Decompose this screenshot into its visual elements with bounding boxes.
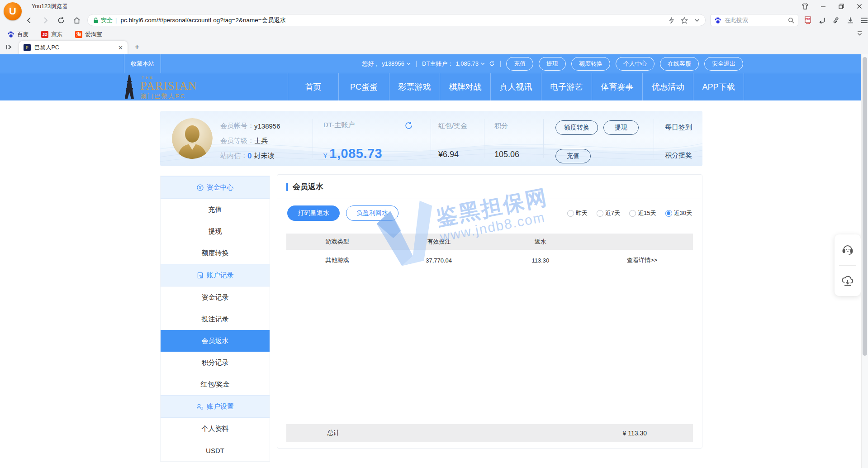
- sidebar-section-account-records[interactable]: 账户记录: [161, 264, 270, 287]
- view-details-link[interactable]: 查看详情>>: [591, 256, 693, 264]
- restore-button[interactable]: [837, 2, 845, 10]
- topbar-transfer-button[interactable]: 额度转换: [571, 57, 610, 71]
- browser-window: U You123浏览器: [0, 0, 868, 468]
- close-button[interactable]: [855, 2, 863, 10]
- sidebar-item-redpacket-bonus[interactable]: 红包/奖金: [161, 373, 270, 395]
- bookmark-star-icon[interactable]: [681, 17, 688, 24]
- nav-board-games[interactable]: 棋牌对战: [440, 73, 490, 100]
- menu-icon[interactable]: [861, 17, 868, 24]
- search-box[interactable]: 在此搜索: [710, 14, 798, 26]
- panel-transfer-button[interactable]: 额度转换: [555, 120, 598, 135]
- filter-last-15-days[interactable]: 近15天: [629, 209, 656, 217]
- caret-down-icon: [481, 62, 485, 65]
- logo-name: PARISIAN: [140, 80, 197, 92]
- table-header: 游戏类型 有效投注 返水: [286, 234, 693, 250]
- sidebar-item-deposit[interactable]: 充值: [161, 199, 270, 220]
- radio-icon[interactable]: [567, 210, 574, 217]
- title-accent-bar: [286, 183, 288, 191]
- filter-last-7-days[interactable]: 近7天: [597, 209, 620, 217]
- cell-game-type: 其他游戏: [286, 256, 388, 264]
- address-bar[interactable]: 安全 | pc.blryl6.com/#/personal/accountLog…: [87, 14, 706, 26]
- browser-logo-icon[interactable]: U: [4, 2, 22, 20]
- site-logo[interactable]: THE PARISIAN 澳门巴黎人PC: [120, 75, 197, 99]
- topbar-withdraw-button[interactable]: 提现: [539, 57, 566, 71]
- radio-icon[interactable]: [629, 210, 636, 217]
- sidebar-item-withdraw[interactable]: 提现: [161, 220, 270, 242]
- wallet-label: DT-主账户: [323, 121, 355, 129]
- filter-last-30-days[interactable]: 近30天: [665, 209, 692, 217]
- sidebar-item-profile[interactable]: 个人资料: [161, 418, 270, 439]
- page-title: 会员返水: [293, 181, 323, 192]
- theme-skin-icon[interactable]: [801, 2, 809, 10]
- site-mail-row[interactable]: 站内信： 0 封未读: [220, 148, 280, 163]
- refresh-balance-icon[interactable]: [404, 121, 413, 130]
- url-text[interactable]: pc.blryl6.com/#/personal/accountLog?tag=…: [120, 16, 664, 24]
- home-button[interactable]: [73, 16, 81, 24]
- user-settings-icon: [196, 403, 204, 410]
- nav-promotions[interactable]: 优惠活动: [642, 73, 693, 100]
- member-level-row: 会员等级： 士兵: [220, 134, 280, 148]
- favorite-site-link[interactable]: 收藏本站: [124, 54, 161, 73]
- reload-button[interactable]: [57, 16, 65, 24]
- refresh-icon: [489, 61, 495, 67]
- sidebar-item-usdt[interactable]: USDT: [161, 439, 270, 461]
- nav-lottery[interactable]: 彩票游戏: [389, 73, 440, 100]
- sidebar-item-points-records[interactable]: 积分记录: [161, 352, 270, 373]
- sidebar-item-fund-records[interactable]: 资金记录: [161, 287, 270, 308]
- sidebar-item-bet-records[interactable]: 投注记录: [161, 308, 270, 330]
- bookmarks-overflow-icon[interactable]: [857, 30, 863, 37]
- content-header: 会员返水: [277, 175, 702, 199]
- tab-negative-profit-rebate[interactable]: 负盈利回水: [346, 205, 398, 221]
- nav-pc-dandan[interactable]: PC蛋蛋: [338, 73, 389, 100]
- search-magnifier-icon[interactable]: [788, 17, 794, 24]
- filter-yesterday[interactable]: 昨天: [567, 209, 588, 217]
- cloud-download-icon[interactable]: [841, 274, 854, 287]
- search-placeholder[interactable]: 在此搜索: [725, 16, 788, 24]
- points-lottery-link[interactable]: 积分摇奖: [665, 151, 692, 160]
- sidebar: 资金中心 充值 提现 额度转换 账户记录 资金记录 投注记录 会员返水 积分记录…: [160, 176, 270, 462]
- radio-icon[interactable]: [597, 210, 603, 217]
- bookmark-taobao[interactable]: 淘 爱淘宝: [75, 31, 102, 38]
- topbar-deposit-button[interactable]: 充值: [506, 57, 533, 71]
- taobao-icon: 淘: [75, 31, 82, 38]
- tab-parisian[interactable]: P 巴黎人PC ✕: [19, 41, 128, 54]
- tab-wager-rebate[interactable]: 打码量返水: [287, 205, 340, 221]
- minimize-button[interactable]: [819, 2, 827, 10]
- save-pdf-icon[interactable]: PDF: [804, 16, 811, 24]
- avatar[interactable]: [172, 118, 213, 159]
- topbar-logout-button[interactable]: 安全退出: [704, 57, 743, 71]
- sidebar-expand-icon[interactable]: [5, 43, 13, 51]
- new-tab-button[interactable]: +: [135, 43, 139, 52]
- radio-checked-icon[interactable]: [665, 210, 672, 217]
- back-button[interactable]: [25, 16, 33, 24]
- undo-close-icon[interactable]: [818, 17, 826, 24]
- nav-slots[interactable]: 电子游艺: [541, 73, 592, 100]
- main-account-balance[interactable]: DT主账户： 1,085.73: [422, 60, 495, 68]
- sidebar-section-funds-center[interactable]: 资金中心: [161, 176, 270, 199]
- yuan-circle-icon: [197, 184, 204, 191]
- nav-live-casino[interactable]: 真人视讯: [490, 73, 541, 100]
- sidebar-item-quota-transfer[interactable]: 额度转换: [161, 242, 270, 264]
- addr-dropdown-icon[interactable]: [694, 19, 700, 22]
- topbar-personal-center-button[interactable]: 个人中心: [616, 57, 655, 71]
- sidebar-item-member-rebate[interactable]: 会员返水: [161, 330, 270, 352]
- webpage: 收藏本站 您好， y138956 DT主账户： 1,085.73 充值 提现 额…: [0, 54, 868, 468]
- bookmark-jd[interactable]: JD 京东: [41, 31, 62, 38]
- topbar-customer-service-button[interactable]: 在线客服: [660, 57, 699, 71]
- nav-sports[interactable]: 体育赛事: [592, 73, 642, 100]
- nav-home[interactable]: 首页: [288, 73, 338, 100]
- forward-button[interactable]: [41, 16, 49, 24]
- daily-signin-link[interactable]: 每日签到: [665, 123, 692, 132]
- customer-service-icon[interactable]: [841, 244, 854, 256]
- panel-withdraw-button[interactable]: 提现: [603, 120, 639, 135]
- bookmark-baidu[interactable]: 百度: [7, 31, 28, 38]
- cleaner-icon[interactable]: [833, 17, 840, 24]
- user-greeting[interactable]: 您好， y138956: [362, 60, 411, 68]
- scrollbar-thumb[interactable]: [863, 57, 867, 356]
- panel-deposit-button[interactable]: 充值: [555, 149, 591, 163]
- nav-app-download[interactable]: APP下载: [693, 73, 744, 100]
- download-icon[interactable]: [847, 17, 854, 24]
- speed-mode-icon[interactable]: [669, 17, 674, 24]
- tab-close-icon[interactable]: ✕: [118, 44, 123, 51]
- sidebar-section-account-settings[interactable]: 账户设置: [161, 395, 270, 418]
